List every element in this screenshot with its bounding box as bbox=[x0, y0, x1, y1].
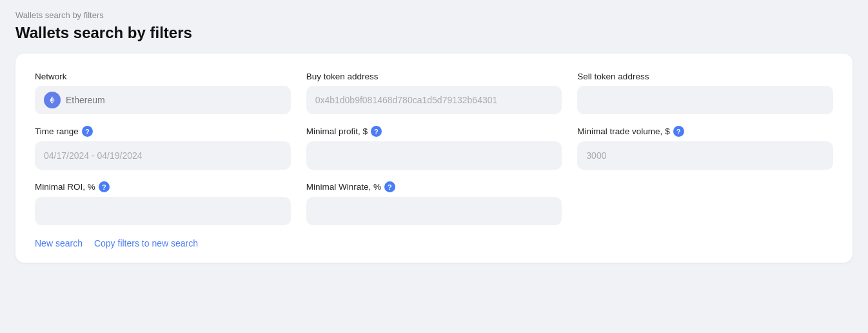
field-group-network: Network Ethereum bbox=[35, 72, 291, 114]
ethereum-icon bbox=[44, 92, 61, 108]
minimal-trade-volume-input[interactable] bbox=[577, 141, 833, 170]
actions-row: New search Copy filters to new search bbox=[35, 238, 833, 248]
label-buy-token: Buy token address bbox=[306, 72, 562, 81]
label-time-range: Time range ? bbox=[35, 126, 291, 137]
page-title: Wallets search by filters bbox=[15, 24, 853, 42]
field-group-time-range: Time range ? bbox=[35, 126, 291, 170]
network-input-wrapper[interactable]: Ethereum bbox=[35, 86, 291, 114]
minimal-roi-input[interactable] bbox=[35, 197, 291, 225]
label-minimal-roi: Minimal ROI, % ? bbox=[35, 181, 291, 192]
field-group-buy-token: Buy token address bbox=[306, 72, 562, 114]
help-icon-minimal-winrate[interactable]: ? bbox=[384, 181, 395, 192]
copy-filters-link[interactable]: Copy filters to new search bbox=[94, 238, 198, 248]
field-group-minimal-winrate: Minimal Winrate, % ? bbox=[306, 181, 562, 225]
label-minimal-profit: Minimal profit, $ ? bbox=[306, 126, 562, 137]
field-group-sell-token: Sell token address bbox=[577, 72, 833, 114]
help-icon-minimal-roi[interactable]: ? bbox=[99, 181, 110, 192]
help-icon-minimal-profit[interactable]: ? bbox=[371, 126, 382, 137]
help-icon-time-range[interactable]: ? bbox=[82, 126, 93, 137]
time-range-input[interactable] bbox=[35, 141, 291, 170]
label-network: Network bbox=[35, 72, 291, 81]
filter-card: Network Ethereum Buy t bbox=[15, 54, 853, 263]
help-icon-minimal-trade-volume[interactable]: ? bbox=[673, 126, 684, 137]
network-value: Ethereum bbox=[66, 95, 105, 105]
label-sell-token: Sell token address bbox=[577, 72, 833, 81]
label-minimal-winrate: Minimal Winrate, % ? bbox=[306, 181, 562, 192]
field-group-minimal-roi: Minimal ROI, % ? bbox=[35, 181, 291, 225]
field-group-minimal-trade-volume: Minimal trade volume, $ ? bbox=[577, 126, 833, 170]
minimal-winrate-input[interactable] bbox=[306, 197, 562, 225]
field-group-minimal-profit: Minimal profit, $ ? bbox=[306, 126, 562, 170]
buy-token-input[interactable] bbox=[306, 86, 562, 114]
sell-token-input[interactable] bbox=[577, 86, 833, 114]
new-search-link[interactable]: New search bbox=[35, 238, 83, 248]
fields-grid: Network Ethereum Buy t bbox=[35, 72, 833, 225]
breadcrumb: Wallets search by filters bbox=[15, 10, 853, 20]
minimal-profit-input[interactable] bbox=[306, 141, 562, 170]
label-minimal-trade-volume: Minimal trade volume, $ ? bbox=[577, 126, 833, 137]
